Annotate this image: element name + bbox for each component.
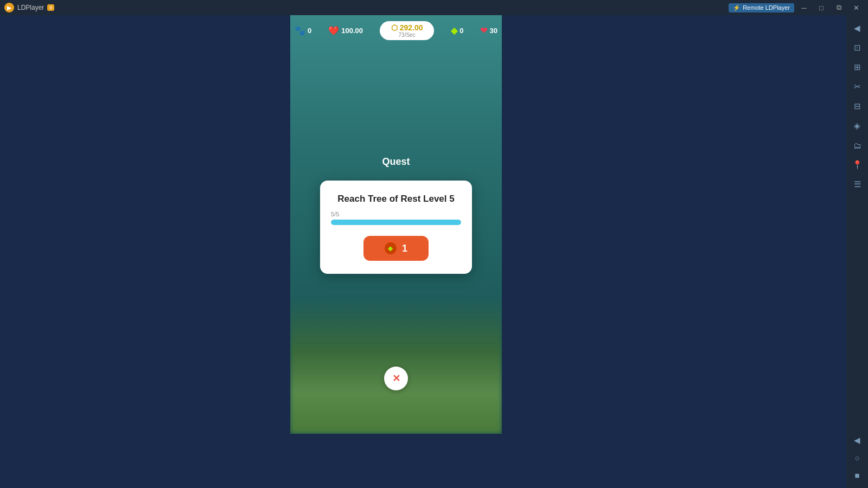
minimize-button[interactable]: ─ <box>796 2 812 14</box>
quest-title: Reach Tree of Rest Level 5 <box>331 194 461 204</box>
quest-reward-button[interactable]: ◆ 1 <box>363 236 429 261</box>
paw-icon: 🐾 <box>295 25 305 36</box>
close-quest-button[interactable]: ✕ <box>384 367 408 390</box>
reward-icon: ◆ <box>385 242 397 254</box>
sidebar-collapse-button[interactable]: ◀ <box>848 432 866 449</box>
heart-value: 100.00 <box>341 27 363 35</box>
sidebar-square-button[interactable]: ■ <box>848 466 866 484</box>
heart-icon: ❤️ <box>328 25 339 36</box>
gold-per-sec: 73/Sec <box>399 32 416 38</box>
sidebar-bottom: ◀ ○ ■ <box>848 432 866 484</box>
close-x-icon: ✕ <box>392 374 400 383</box>
gold-display: ⬡ 292.00 73/Sec <box>380 21 434 40</box>
gold-amount: 292.00 <box>400 23 423 32</box>
titlebar-right: ⚡ Remote LDPlayer ─ □ ⧉ ✕ <box>729 2 864 14</box>
sidebar-icon-7[interactable]: 🗂 <box>848 137 866 154</box>
star-stat: ❤ 30 <box>480 25 497 36</box>
star-count: 30 <box>489 27 497 35</box>
quest-progress-label: 5/5 <box>331 211 461 217</box>
game-bottom-blur <box>290 298 502 434</box>
titlebar-left: ▶ LDPlayer 9 <box>4 3 54 12</box>
star-icon: ❤ <box>480 25 487 36</box>
titlebar: ▶ LDPlayer 9 ⚡ Remote LDPlayer ─ □ ⧉ ✕ <box>0 0 868 15</box>
quest-modal: Reach Tree of Rest Level 5 5/5 ◆ 1 <box>320 181 472 274</box>
ld-logo: ▶ <box>4 3 14 12</box>
remote-label: Remote LDPlayer <box>743 4 790 11</box>
sidebar-home-button[interactable]: ○ <box>848 449 866 466</box>
drop-stat: ◆ 0 <box>451 25 463 36</box>
remote-icon: ⚡ <box>733 4 741 11</box>
sidebar-icon-4[interactable]: ✂ <box>848 78 866 95</box>
remote-ldplayer-button[interactable]: ⚡ Remote LDPlayer <box>729 3 794 12</box>
hud: 🐾 0 ❤️ 100.00 ⬡ 292.00 73/Sec ◆ 0 ❤ 30 <box>290 15 502 46</box>
sidebar-icon-1[interactable]: ◀ <box>848 20 866 37</box>
quest-progress-bar-fill <box>331 220 461 225</box>
drop-count: 0 <box>459 27 463 35</box>
quest-progress-bar-background <box>331 220 461 225</box>
reward-count: 1 <box>402 243 407 254</box>
paw-stat: 🐾 0 <box>295 25 311 36</box>
sidebar-icon-5[interactable]: ⊟ <box>848 98 866 115</box>
quest-section-label: Quest <box>290 156 502 168</box>
maximize-button[interactable]: ⧉ <box>831 2 846 14</box>
paw-count: 0 <box>308 27 311 35</box>
sidebar-icon-6[interactable]: ◈ <box>848 117 866 134</box>
close-button[interactable]: ✕ <box>848 2 864 14</box>
reward-gem-icon: ◆ <box>388 245 393 252</box>
gold-amount-display: ⬡ 292.00 <box>391 23 423 32</box>
quest-label-text: Quest <box>382 156 410 167</box>
heart-stat: ❤️ 100.00 <box>328 25 363 36</box>
coin-icon: ⬡ <box>391 23 398 32</box>
app-name: LDPlayer <box>17 4 44 11</box>
drop-icon: ◆ <box>451 25 457 36</box>
sidebar-icon-3[interactable]: ⊞ <box>848 59 866 76</box>
version-badge: 9 <box>47 4 54 11</box>
right-sidebar: ◀ ⊡ ⊞ ✂ ⊟ ◈ 🗂 📍 ☰ ◀ ○ ■ <box>846 15 868 488</box>
sidebar-icon-2[interactable]: ⊡ <box>848 39 866 56</box>
game-area: 🐾 0 ❤️ 100.00 ⬡ 292.00 73/Sec ◆ 0 ❤ 30 Q… <box>290 15 502 434</box>
sidebar-icon-9[interactable]: ☰ <box>848 176 866 193</box>
restore-button[interactable]: □ <box>814 2 829 14</box>
sidebar-icon-8[interactable]: 📍 <box>848 156 866 174</box>
